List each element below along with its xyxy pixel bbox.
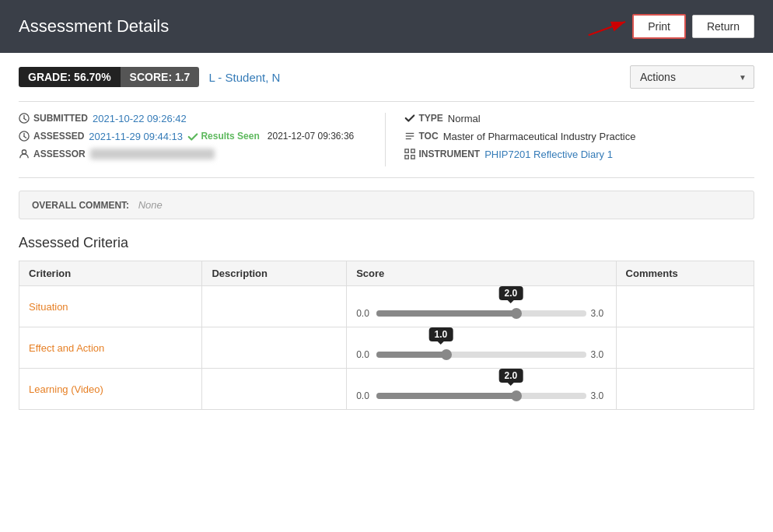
criterion-link[interactable]: Situation <box>29 301 68 313</box>
slider-fill <box>376 352 446 358</box>
svg-rect-13 <box>411 149 414 152</box>
actions-select[interactable]: Actions Download PDF Email Student <box>630 65 754 89</box>
comments-cell <box>616 286 754 327</box>
toc-value: Master of Pharmaceutical Industry Practi… <box>443 131 636 142</box>
table-row: Situation0.02.03.0 <box>19 286 754 327</box>
comments-cell <box>616 327 754 369</box>
slider-thumb[interactable]: 1.0 <box>441 349 452 360</box>
instrument-value[interactable]: PHIP7201 Reflective Diary 1 <box>484 149 613 160</box>
table-header-row: Criterion Description Score Comments <box>19 261 754 286</box>
arrow-annotation: Print <box>632 14 686 39</box>
score-cell: 0.01.03.0 <box>347 327 616 369</box>
comments-cell <box>616 369 754 410</box>
score-tooltip: 1.0 <box>429 327 453 341</box>
description-cell <box>202 369 347 410</box>
table-row: Learning (Video)0.02.03.0 <box>19 369 754 410</box>
assessed-row: ASSESSED 2021-11-29 09:44:13 Results See… <box>19 131 369 142</box>
main-content: GRADE: 56.70% SCORE: 1.7 L - Student, N … <box>0 53 773 422</box>
criterion-link[interactable]: Effect and Action <box>29 342 104 354</box>
instrument-row: INSTRUMENT PHIP7201 Reflective Diary 1 <box>404 149 755 160</box>
actions-dropdown[interactable]: Actions Download PDF Email Student <box>630 65 754 89</box>
slider-fill <box>376 393 516 399</box>
check-icon <box>187 131 198 142</box>
info-right: TYPE Normal TOC Master of Pharmaceutical… <box>386 113 755 166</box>
slider-min: 0.0 <box>356 308 372 319</box>
type-value: Normal <box>448 113 481 124</box>
submitted-value: 2021-10-22 09:26:42 <box>93 113 187 124</box>
print-button[interactable]: Print <box>632 14 686 39</box>
score-cell: 0.02.03.0 <box>347 369 616 410</box>
assessed-criteria-title: Assessed Criteria <box>19 235 754 251</box>
slider-container: 0.01.03.0 <box>356 349 606 360</box>
return-button[interactable]: Return <box>692 15 754 38</box>
description-cell <box>202 327 347 369</box>
grade-score-row: GRADE: 56.70% SCORE: 1.7 L - Student, N <box>19 67 280 87</box>
slider-fill <box>376 310 516 317</box>
svg-line-1 <box>589 22 625 35</box>
slider-track: 1.0 <box>376 352 586 358</box>
svg-line-4 <box>24 118 26 120</box>
svg-rect-14 <box>404 156 407 159</box>
slider-track: 2.0 <box>376 393 586 399</box>
col-score: Score <box>347 261 616 286</box>
description-cell <box>202 286 347 327</box>
student-link[interactable]: L - Student, N <box>208 71 280 84</box>
instrument-label: INSTRUMENT <box>404 149 481 159</box>
svg-rect-12 <box>404 149 407 152</box>
slider-min: 0.0 <box>356 390 372 401</box>
col-criterion: Criterion <box>19 261 202 286</box>
slider-max: 3.0 <box>591 390 607 401</box>
submitted-row: SUBMITTED 2021-10-22 09:26:42 <box>19 113 369 124</box>
criterion-link[interactable]: Learning (Video) <box>29 383 103 395</box>
slider-thumb[interactable]: 2.0 <box>511 308 522 319</box>
col-description: Description <box>202 261 347 286</box>
results-seen-date: 2021-12-07 09:36:36 <box>268 131 354 142</box>
assessed-value: 2021-11-29 09:44:13 <box>89 131 183 142</box>
slider-thumb[interactable]: 2.0 <box>511 390 522 401</box>
slider-min: 0.0 <box>356 349 372 360</box>
info-section: SUBMITTED 2021-10-22 09:26:42 ASSESSED 2… <box>19 101 754 178</box>
results-seen-check: Results Seen <box>187 131 260 142</box>
toc-label: TOC <box>404 131 439 142</box>
slider-max: 3.0 <box>591 349 607 360</box>
assessor-row: ASSESSOR <box>19 149 369 159</box>
check-type-icon <box>404 113 415 124</box>
slider-container: 0.02.03.0 <box>356 308 606 319</box>
col-comments: Comments <box>616 261 754 286</box>
score-cell: 0.02.03.0 <box>347 286 616 327</box>
clock-icon <box>19 113 30 124</box>
page-header: Assessment Details Print Return <box>0 0 773 53</box>
grade-badge: GRADE: 56.70% <box>19 67 121 87</box>
overall-comment-section: OVERALL COMMENT: None <box>19 191 754 219</box>
info-left: SUBMITTED 2021-10-22 09:26:42 ASSESSED 2… <box>19 113 386 166</box>
type-row: TYPE Normal <box>404 113 755 124</box>
slider-track: 2.0 <box>376 310 586 317</box>
svg-line-7 <box>24 136 26 138</box>
assessed-label: ASSESSED <box>19 131 84 142</box>
top-bar: GRADE: 56.70% SCORE: 1.7 L - Student, N … <box>19 65 754 89</box>
svg-rect-15 <box>411 156 414 159</box>
slider-max: 3.0 <box>591 308 607 319</box>
score-tooltip: 2.0 <box>499 286 523 300</box>
red-arrow-icon <box>586 15 632 38</box>
header-buttons: Print Return <box>632 14 754 39</box>
clock-icon-2 <box>19 131 30 142</box>
toc-icon <box>404 131 415 142</box>
person-icon <box>19 149 30 159</box>
submitted-label: SUBMITTED <box>19 113 88 124</box>
assessor-label: ASSESSOR <box>19 149 86 159</box>
score-tooltip: 2.0 <box>499 369 523 383</box>
overall-comment-value: None <box>138 199 163 211</box>
grid-icon <box>404 149 415 159</box>
page-title: Assessment Details <box>19 16 169 37</box>
assessor-value <box>90 149 215 159</box>
slider-container: 0.02.03.0 <box>356 390 606 401</box>
score-badge: SCORE: 1.7 <box>121 67 200 87</box>
type-label: TYPE <box>404 113 443 124</box>
table-row: Effect and Action0.01.03.0 <box>19 327 754 369</box>
overall-comment-label: OVERALL COMMENT: <box>32 200 129 211</box>
criteria-table: Criterion Description Score Comments Sit… <box>19 261 754 410</box>
svg-point-8 <box>22 150 26 154</box>
toc-row: TOC Master of Pharmaceutical Industry Pr… <box>404 131 755 142</box>
